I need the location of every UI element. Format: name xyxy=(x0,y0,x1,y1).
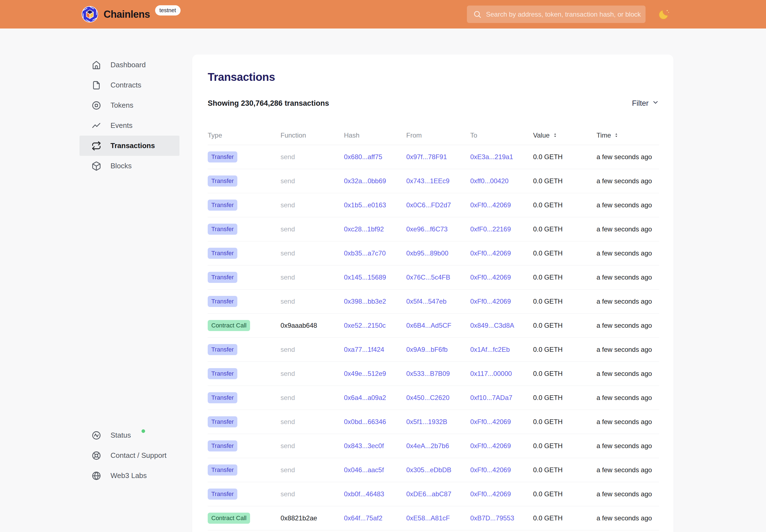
tx-from-cell: 0x6B4...Ad5CF xyxy=(406,322,470,329)
tx-from-link[interactable]: 0x6B4...Ad5CF xyxy=(406,322,452,329)
tx-from-link[interactable]: 0x0C6...FD2d7 xyxy=(406,201,451,209)
tx-function-cell: 0x8821b2ae xyxy=(280,514,344,522)
tx-hash-link[interactable]: 0x1b5...e0163 xyxy=(344,201,386,209)
table-row: Transfersend0x49e...512e90x533...B7B090x… xyxy=(208,362,659,386)
tx-from-link[interactable]: 0x76C...5c4FB xyxy=(406,273,450,281)
tx-to-link[interactable]: 0xfF0...22169 xyxy=(470,225,511,233)
tx-from-link[interactable]: 0xe96...f6C73 xyxy=(406,225,448,233)
tx-from-link[interactable]: 0x305...eDbDB xyxy=(406,466,452,474)
tx-to-link[interactable]: 0xE3a...219a1 xyxy=(470,153,513,161)
tx-to-link[interactable]: 0xFf0...42069 xyxy=(470,298,511,305)
tx-from-link[interactable]: 0x4eA...2b7b6 xyxy=(406,442,449,450)
column-header-value[interactable]: Value xyxy=(533,131,597,139)
column-label: Value xyxy=(533,131,550,139)
tx-to-link[interactable]: 0xFf0...42069 xyxy=(470,442,511,450)
tx-hash-cell: 0xc28...1bf92 xyxy=(344,225,406,233)
tx-from-link[interactable]: 0x9A9...bF6fb xyxy=(406,346,448,353)
tx-hash-link[interactable]: 0xa77...1f424 xyxy=(344,346,384,353)
tx-to-link[interactable]: 0xFf0...42069 xyxy=(470,201,511,209)
tx-hash-link[interactable]: 0x046...aac5f xyxy=(344,466,384,474)
tx-hash-link[interactable]: 0x0bd...66346 xyxy=(344,418,386,425)
tx-hash-link[interactable]: 0xe52...2150c xyxy=(344,322,386,329)
global-search[interactable] xyxy=(467,6,646,23)
tx-type-cell: Transfer xyxy=(208,296,280,307)
tx-value: 0.0 GETH xyxy=(533,201,563,209)
home-icon xyxy=(91,60,101,70)
tx-hash-link[interactable]: 0x843...3ec0f xyxy=(344,442,384,450)
token-icon xyxy=(91,100,101,110)
tx-from-link[interactable]: 0x533...B7B09 xyxy=(406,370,450,377)
column-header-from: From xyxy=(406,131,470,139)
tx-hash-link[interactable]: 0xc28...1bf92 xyxy=(344,225,384,233)
tx-to-link[interactable]: 0xff0...00420 xyxy=(470,177,509,185)
tx-from-link[interactable]: 0xE58...A81cF xyxy=(406,514,450,522)
tx-function: send xyxy=(280,177,295,185)
column-label: Type xyxy=(208,131,222,139)
tx-type-badge: Transfer xyxy=(208,440,237,451)
tx-time-cell: a few seconds ago xyxy=(597,346,659,353)
tx-to-link[interactable]: 0x117...00000 xyxy=(470,370,512,377)
tx-to-link[interactable]: 0xf10...7ADa7 xyxy=(470,394,512,401)
tx-hash-link[interactable]: 0x145...15689 xyxy=(344,273,386,281)
tx-to-link[interactable]: 0xFf0...42069 xyxy=(470,490,511,498)
tx-hash-link[interactable]: 0x6a4...a09a2 xyxy=(344,394,386,401)
tx-function: send xyxy=(280,201,295,209)
tx-to-link[interactable]: 0xFf0...42069 xyxy=(470,418,511,425)
search-input[interactable] xyxy=(486,10,646,19)
tx-function: send xyxy=(280,225,295,233)
tx-hash-link[interactable]: 0x49e...512e9 xyxy=(344,370,386,377)
tx-to-link[interactable]: 0xFf0...42069 xyxy=(470,273,511,281)
tx-hash-cell: 0x046...aac5f xyxy=(344,466,406,474)
tx-from-cell: 0x5f4...547eb xyxy=(406,298,470,305)
tx-from-link[interactable]: 0x743...1EEc9 xyxy=(406,177,450,185)
sidebar-item-dashboard[interactable]: Dashboard xyxy=(79,55,179,75)
tx-type-cell: Transfer xyxy=(208,464,280,476)
tx-from-cell: 0xE58...A81cF xyxy=(406,514,470,522)
brand-home-link[interactable]: Chainlens testnet xyxy=(81,0,180,29)
tx-from-link[interactable]: 0x97f...78F91 xyxy=(406,153,447,161)
sidebar-item-transactions[interactable]: Transactions xyxy=(79,136,179,156)
tx-value-cell: 0.0 GETH xyxy=(533,201,597,209)
tx-hash-link[interactable]: 0x398...bb3e2 xyxy=(344,298,386,305)
sidebar-item-tokens[interactable]: Tokens xyxy=(79,95,179,115)
tx-to-link[interactable]: 0xFf0...42069 xyxy=(470,249,511,257)
tx-hash-cell: 0x843...3ec0f xyxy=(344,442,406,450)
filter-label: Filter xyxy=(632,99,649,108)
sidebar-item-blocks[interactable]: Blocks xyxy=(79,156,179,176)
tx-from-link[interactable]: 0xDE6...abC87 xyxy=(406,490,452,498)
table-row: Transfersend0x6a4...a09a20x450...C26200x… xyxy=(208,386,659,410)
tx-value: 0.0 GETH xyxy=(533,273,563,281)
tx-from-link[interactable]: 0x5f4...547eb xyxy=(406,298,447,305)
tx-hash-link[interactable]: 0x32a...0bb69 xyxy=(344,177,386,185)
tx-to-link[interactable]: 0xFf0...42069 xyxy=(470,466,511,474)
tx-from-link[interactable]: 0x450...C2620 xyxy=(406,394,450,401)
sidebar-item-contact-support[interactable]: Contact / Support xyxy=(79,445,179,466)
tx-from-cell: 0x76C...5c4FB xyxy=(406,273,470,281)
tx-type-cell: Transfer xyxy=(208,344,280,355)
tx-to-link[interactable]: 0x849...C3d8A xyxy=(470,322,514,329)
sidebar-item-web3-labs[interactable]: Web3 Labs xyxy=(79,466,179,486)
filter-button[interactable]: Filter xyxy=(632,99,659,108)
tx-from-link[interactable]: 0xb95...89b00 xyxy=(406,249,448,257)
sidebar-item-events[interactable]: Events xyxy=(79,115,179,136)
tx-type-badge: Transfer xyxy=(208,464,237,476)
page-title: Transactions xyxy=(208,55,659,84)
tx-type-badge: Transfer xyxy=(208,416,237,427)
sidebar-item-status[interactable]: Status xyxy=(79,425,179,445)
dark-mode-toggle[interactable] xyxy=(657,8,671,22)
tx-to-link[interactable]: 0xB7D...79553 xyxy=(470,514,514,522)
column-header-time[interactable]: Time xyxy=(597,131,659,139)
tx-type-badge: Transfer xyxy=(208,489,237,500)
tx-from-link[interactable]: 0x5f1...1932B xyxy=(406,418,447,425)
tx-hash-link[interactable]: 0x680...aff75 xyxy=(344,153,382,161)
tx-hash-link[interactable]: 0xb35...a7c70 xyxy=(344,249,386,257)
tx-time-cell: a few seconds ago xyxy=(597,394,659,402)
tx-to-link[interactable]: 0x1Af...fc2Eb xyxy=(470,346,510,353)
table-row: Transfersend0xb35...a7c700xb95...89b000x… xyxy=(208,241,659,265)
tx-hash-cell: 0xb35...a7c70 xyxy=(344,249,406,257)
sidebar-item-contracts[interactable]: Contracts xyxy=(79,75,179,95)
tx-hash-cell: 0xb0f...46483 xyxy=(344,490,406,498)
tx-hash-link[interactable]: 0xb0f...46483 xyxy=(344,490,384,498)
tx-from-cell: 0x450...C2620 xyxy=(406,394,470,402)
tx-hash-link[interactable]: 0x64f...75af2 xyxy=(344,514,382,522)
